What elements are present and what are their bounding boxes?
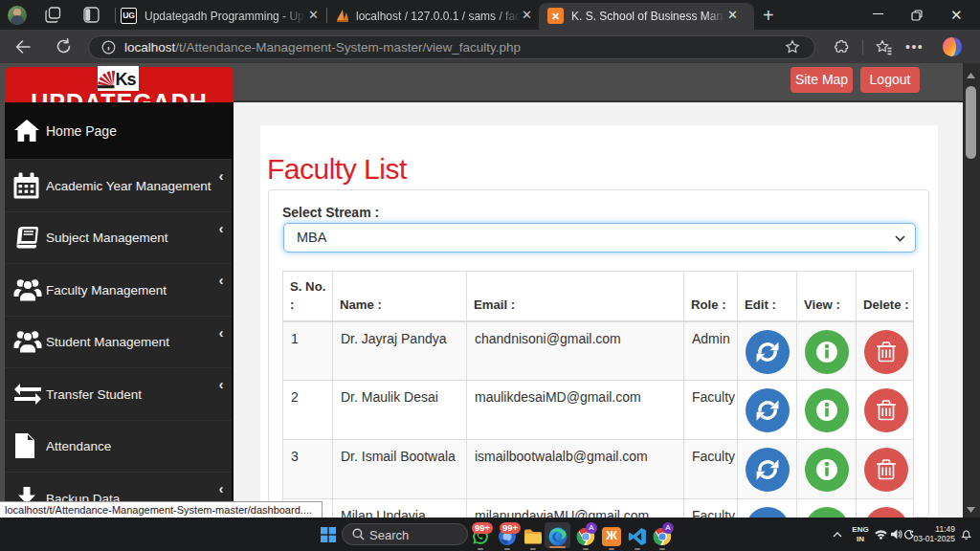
- svg-text:Ks: Ks: [116, 69, 137, 88]
